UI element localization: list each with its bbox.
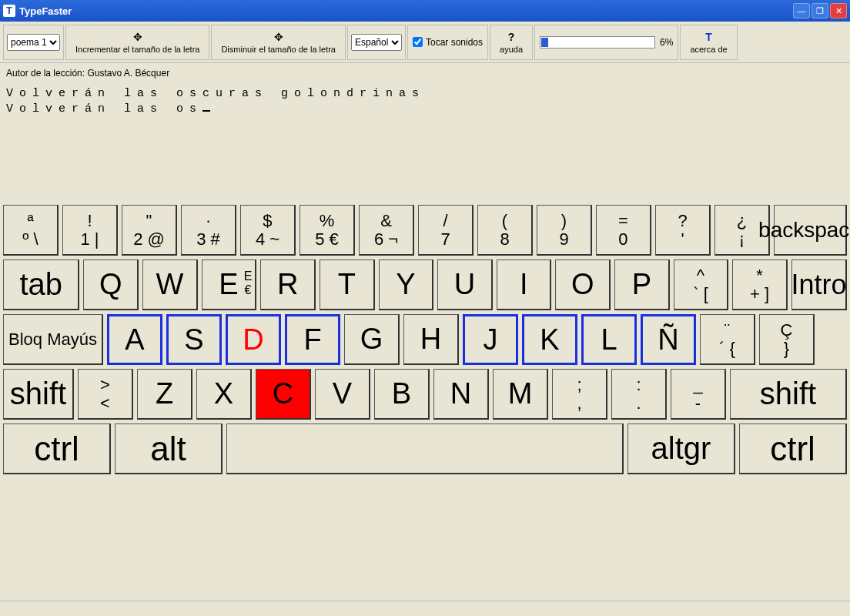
key-a[interactable]: A <box>107 314 162 365</box>
key-c[interactable]: C <box>256 369 311 420</box>
key-tab[interactable]: tab <box>3 259 79 310</box>
key-num-1[interactable]: !1 | <box>62 205 118 256</box>
key-p[interactable]: P <box>614 259 670 310</box>
key-r3end-2[interactable]: _- <box>671 369 726 420</box>
key-r1end-0[interactable]: ^` [ <box>674 259 729 310</box>
language-select[interactable]: Español <box>351 34 402 51</box>
minimize-button[interactable]: — <box>793 3 810 18</box>
virtual-keyboard: ªº \!1 |"2 @·3 #$4 ~%5 €&6 ¬/7(8)9=0?'¿¡… <box>0 205 850 474</box>
key-z[interactable]: Z <box>137 369 192 420</box>
decrease-font-button[interactable]: ✥ Disminuir el tamaño de la letra <box>216 31 340 54</box>
decrease-font-label: Disminuir el tamaño de la letra <box>221 45 336 54</box>
key-v[interactable]: V <box>315 369 370 420</box>
key-num-8[interactable]: (8 <box>477 205 533 256</box>
lesson-select[interactable]: poema 1 <box>7 34 60 51</box>
window-titlebar: T TypeFaster — ❐ ✕ <box>0 0 850 22</box>
contract-icon: ✥ <box>274 31 283 43</box>
progress-percent: 6% <box>660 37 673 48</box>
window-title: TypeFaster <box>19 5 793 17</box>
typing-area: Volverán las oscuras golondrinas Volverá… <box>0 83 850 199</box>
help-label: ayuda <box>500 45 523 54</box>
key-r2end-0[interactable]: ¨´ { <box>700 314 755 365</box>
key-num-9[interactable]: )9 <box>537 205 592 256</box>
key-g[interactable]: G <box>344 314 400 365</box>
play-sounds-input[interactable] <box>413 37 423 47</box>
statusbar <box>0 601 850 616</box>
key-r1end-1[interactable]: *+ ] <box>732 259 788 310</box>
key-j[interactable]: J <box>463 314 518 365</box>
about-icon: T <box>705 31 712 43</box>
key-i[interactable]: I <box>497 259 552 310</box>
key-num-11[interactable]: ?' <box>655 205 711 256</box>
key-num-3[interactable]: ·3 # <box>181 205 236 256</box>
key-f[interactable]: F <box>285 314 340 365</box>
progress-fill <box>541 38 548 47</box>
about-button[interactable]: T acerca de <box>685 31 731 54</box>
key-ñ[interactable]: Ñ <box>641 314 696 365</box>
key-num-5[interactable]: %5 € <box>300 205 355 256</box>
play-sounds-label: Tocar sonidos <box>426 37 483 48</box>
key-ctrl-left[interactable]: ctrl <box>3 424 111 474</box>
key-ctrl-right[interactable]: ctrl <box>739 424 847 474</box>
increase-font-button[interactable]: ✥ Incrementar el tamaño de la letra <box>71 31 204 54</box>
key-altgr[interactable]: altgr <box>627 424 735 474</box>
text-cursor <box>202 110 210 112</box>
key-num-4[interactable]: $4 ~ <box>240 205 296 256</box>
maximize-button[interactable]: ❐ <box>812 3 828 18</box>
progress-group: 6% <box>540 36 673 49</box>
key-alt-left[interactable]: alt <box>115 424 223 474</box>
key-num-10[interactable]: =0 <box>596 205 651 256</box>
key-n[interactable]: N <box>433 369 489 420</box>
toolbar: poema 1 ✥ Incrementar el tamaño de la le… <box>0 22 850 63</box>
key-backspace[interactable]: backspace <box>774 205 847 256</box>
key-u[interactable]: U <box>437 259 493 310</box>
about-label: acerca de <box>690 45 727 54</box>
progress-bar <box>540 36 655 49</box>
key-s[interactable]: S <box>166 314 222 365</box>
close-button[interactable]: ✕ <box>830 3 847 18</box>
target-text: Volverán las oscuras golondrinas <box>6 86 844 102</box>
key-r3end-1[interactable]: :. <box>611 369 667 420</box>
key-m[interactable]: M <box>493 369 548 420</box>
key-o[interactable]: O <box>555 259 611 310</box>
play-sounds-checkbox[interactable]: Tocar sonidos <box>413 37 483 48</box>
help-icon: ? <box>508 31 515 43</box>
key-q[interactable]: Q <box>83 259 139 310</box>
lesson-author: Autor de la lección: Gustavo A. Bécquer <box>0 63 850 83</box>
key-num-0[interactable]: ªº \ <box>3 205 59 256</box>
help-button[interactable]: ? ayuda <box>495 31 527 54</box>
key-space[interactable] <box>226 424 624 474</box>
key-h[interactable]: H <box>403 314 459 365</box>
key-num-7[interactable]: /7 <box>418 205 474 256</box>
typed-text: Volverán las os <box>6 102 844 117</box>
key-x[interactable]: X <box>196 369 252 420</box>
key-r[interactable]: R <box>260 259 316 310</box>
key-shift-right[interactable]: shift <box>730 369 847 420</box>
increase-font-label: Incrementar el tamaño de la letra <box>75 45 199 54</box>
key-ltgt[interactable]: >< <box>78 369 133 420</box>
key-e[interactable]: EE€ <box>202 259 257 310</box>
app-icon: T <box>3 5 15 17</box>
key-num-6[interactable]: &6 ¬ <box>359 205 414 256</box>
key-r2end-1[interactable]: Ç} <box>759 314 815 365</box>
key-l[interactable]: L <box>581 314 637 365</box>
key-w[interactable]: W <box>142 259 198 310</box>
key-k[interactable]: K <box>522 314 577 365</box>
key-t[interactable]: T <box>320 259 375 310</box>
key-d[interactable]: D <box>226 314 281 365</box>
key-r3end-0[interactable]: ;, <box>552 369 607 420</box>
key-y[interactable]: Y <box>379 259 434 310</box>
expand-icon: ✥ <box>133 31 142 43</box>
key-b[interactable]: B <box>374 369 430 420</box>
key-capslock[interactable]: Bloq Mayús <box>3 314 103 365</box>
key-enter[interactable]: Intro <box>791 259 847 310</box>
key-num-2[interactable]: "2 @ <box>122 205 177 256</box>
key-shift-left[interactable]: shift <box>3 369 74 420</box>
